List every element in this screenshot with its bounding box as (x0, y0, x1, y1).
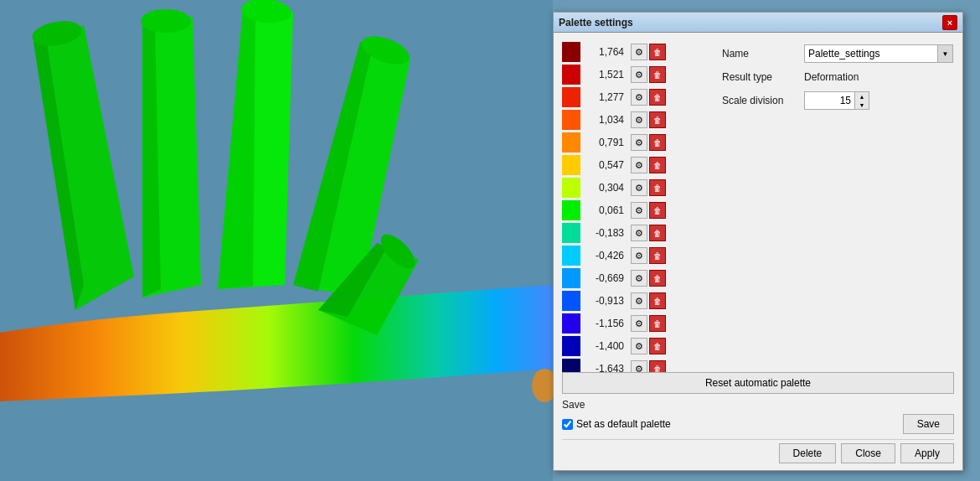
palette-delete-button[interactable]: 🗑 (649, 270, 666, 287)
dialog-titlebar: Palette settings × (554, 13, 962, 33)
palette-value-label: -1,156 (580, 318, 629, 329)
palette-row: 1,521⚙🗑 (562, 64, 709, 85)
palette-row: 0,061⚙🗑 (562, 199, 709, 221)
palette-settings-dialog: Palette settings × 1,764⚙🗑1,521⚙🗑1,277⚙🗑… (553, 12, 963, 471)
spinner-down-button[interactable]: ▼ (855, 101, 869, 109)
color-swatch (562, 110, 580, 130)
palette-edit-button[interactable]: ⚙ (631, 338, 647, 354)
save-button[interactable]: Save (903, 414, 954, 434)
save-section-label: Save (562, 399, 954, 411)
palette-delete-button[interactable]: 🗑 (649, 157, 666, 173)
palette-value-label: 1,521 (580, 69, 629, 80)
color-swatch (562, 336, 580, 356)
spinner-buttons: ▲ ▼ (854, 91, 869, 110)
color-swatch (562, 65, 580, 85)
color-swatch (562, 200, 580, 220)
result-type-label: Result type (722, 71, 797, 83)
palette-row: 0,791⚙🗑 (562, 132, 709, 153)
palette-value-label: 1,277 (580, 91, 629, 103)
palette-row: -0,426⚙🗑 (562, 245, 709, 266)
palette-value-label: -1,400 (580, 340, 629, 352)
scale-division-input[interactable] (804, 91, 854, 110)
palette-value-label: 0,547 (580, 159, 629, 171)
palette-delete-button[interactable]: 🗑 (649, 111, 666, 128)
palette-edit-button[interactable]: ⚙ (631, 315, 647, 332)
color-swatch (562, 132, 580, 153)
palette-edit-button[interactable]: ⚙ (631, 134, 647, 151)
palette-edit-button[interactable]: ⚙ (631, 292, 647, 309)
palette-row: -1,400⚙🗑 (562, 335, 709, 357)
palette-row: -0,669⚙🗑 (562, 267, 709, 289)
palette-edit-button[interactable]: ⚙ (631, 247, 647, 264)
save-row: Set as default palette Save (562, 414, 954, 434)
name-label: Name (722, 48, 797, 59)
result-type-value: Deformation (804, 71, 859, 83)
palette-value-label: -0,183 (580, 227, 629, 239)
palette-value-label: -0,669 (580, 272, 629, 284)
color-swatch (562, 223, 580, 243)
palette-edit-button[interactable]: ⚙ (631, 44, 647, 60)
dialog-title: Palette settings (559, 17, 633, 28)
palette-edit-button[interactable]: ⚙ (631, 111, 647, 128)
color-swatch (562, 178, 580, 198)
palette-edit-button[interactable]: ⚙ (631, 89, 647, 106)
palette-delete-button[interactable]: 🗑 (649, 292, 666, 309)
set-default-row: Set as default palette (562, 418, 896, 430)
name-dropdown[interactable]: ▼ (804, 44, 953, 63)
save-section: Save Set as default palette Save (562, 399, 954, 434)
palette-edit-button[interactable]: ⚙ (631, 202, 647, 219)
color-swatch (562, 246, 580, 266)
palette-edit-button[interactable]: ⚙ (631, 270, 647, 287)
color-swatch (562, 42, 580, 62)
delete-button[interactable]: Delete (779, 443, 837, 463)
palette-value-label: -0,426 (580, 250, 629, 261)
palette-row: -1,156⚙🗑 (562, 313, 709, 334)
palette-row: 0,547⚙🗑 (562, 154, 709, 176)
palette-row: 0,304⚙🗑 (562, 177, 709, 199)
color-swatch (562, 155, 580, 175)
name-field-row: Name ▼ (722, 44, 954, 63)
palette-value-label: 1,034 (580, 114, 629, 126)
bottom-button-row: Delete Close Apply (562, 439, 954, 463)
palette-delete-button[interactable]: 🗑 (649, 202, 666, 219)
name-input[interactable] (805, 46, 937, 61)
name-dropdown-arrow[interactable]: ▼ (937, 45, 952, 62)
palette-value-label: 1,764 (580, 46, 629, 58)
color-swatch (562, 291, 580, 311)
color-swatch (562, 268, 580, 288)
palette-value-label: 0,304 (580, 182, 629, 194)
palette-delete-button[interactable]: 🗑 (649, 44, 666, 60)
palette-delete-button[interactable]: 🗑 (649, 89, 666, 106)
bottom-area: Reset automatic palette Save Set as defa… (554, 365, 962, 470)
scale-division-row: Scale division ▲ ▼ (722, 91, 954, 110)
palette-row: 1,277⚙🗑 (562, 86, 709, 108)
titlebar-close-button[interactable]: × (942, 15, 957, 30)
scale-division-label: Scale division (722, 95, 797, 106)
reset-palette-button[interactable]: Reset automatic palette (562, 372, 954, 394)
palette-value-label: 0,791 (580, 137, 629, 148)
palette-delete-button[interactable]: 🗑 (649, 225, 666, 241)
color-swatch (562, 87, 580, 107)
palette-value-label: 0,061 (580, 204, 629, 216)
palette-edit-button[interactable]: ⚙ (631, 157, 647, 173)
palette-delete-button[interactable]: 🗑 (649, 66, 666, 83)
palette-delete-button[interactable]: 🗑 (649, 338, 666, 354)
dialog-body: 1,764⚙🗑1,521⚙🗑1,277⚙🗑1,034⚙🗑0,791⚙🗑0,547… (554, 33, 962, 470)
set-default-label: Set as default palette (576, 418, 671, 430)
color-swatch (562, 313, 580, 334)
result-type-row: Result type Deformation (722, 71, 954, 83)
palette-row: 1,764⚙🗑 (562, 41, 709, 63)
palette-delete-button[interactable]: 🗑 (649, 179, 666, 196)
palette-delete-button[interactable]: 🗑 (649, 134, 666, 151)
set-default-checkbox[interactable] (562, 419, 573, 430)
palette-delete-button[interactable]: 🗑 (649, 247, 666, 264)
dialog-close-button[interactable]: Close (841, 443, 895, 463)
palette-row: 1,034⚙🗑 (562, 109, 709, 131)
palette-edit-button[interactable]: ⚙ (631, 225, 647, 241)
palette-row: -0,183⚙🗑 (562, 222, 709, 244)
spinner-up-button[interactable]: ▲ (855, 92, 869, 101)
palette-edit-button[interactable]: ⚙ (631, 179, 647, 196)
palette-delete-button[interactable]: 🗑 (649, 315, 666, 332)
palette-edit-button[interactable]: ⚙ (631, 66, 647, 83)
apply-button[interactable]: Apply (900, 443, 954, 463)
